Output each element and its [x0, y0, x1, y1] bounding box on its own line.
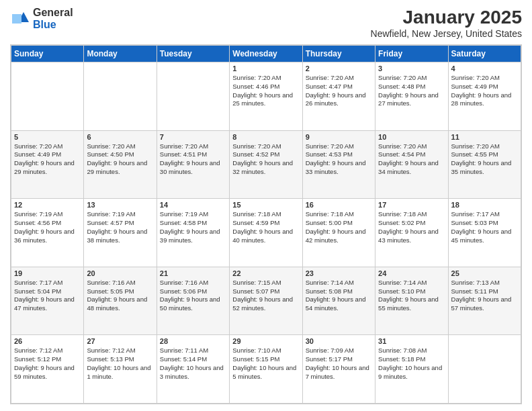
cell-content: Sunrise: 7:08 AMSunset: 5:18 PMDaylight:… [378, 347, 445, 381]
day-number: 23 [306, 269, 372, 277]
logo-icon [10, 9, 30, 29]
calendar-cell [157, 62, 229, 131]
calendar-cell: 5Sunrise: 7:20 AMSunset: 4:49 PMDaylight… [11, 130, 84, 199]
day-number: 13 [87, 201, 153, 209]
cell-content: Sunrise: 7:19 AMSunset: 4:56 PMDaylight:… [14, 210, 81, 244]
calendar-cell: 9Sunrise: 7:20 AMSunset: 4:53 PMDaylight… [302, 130, 375, 199]
cell-content: Sunrise: 7:09 AMSunset: 5:17 PMDaylight:… [306, 347, 372, 381]
day-number: 5 [14, 133, 81, 141]
day-number: 8 [232, 133, 299, 141]
cell-content: Sunrise: 7:16 AMSunset: 5:05 PMDaylight:… [87, 279, 153, 313]
cell-content: Sunrise: 7:19 AMSunset: 4:58 PMDaylight:… [160, 210, 226, 244]
cell-content: Sunrise: 7:11 AMSunset: 5:14 PMDaylight:… [160, 347, 226, 381]
day-number: 3 [378, 64, 445, 73]
calendar-body: 1Sunrise: 7:20 AMSunset: 4:46 PMDaylight… [11, 62, 521, 404]
calendar-cell: 12Sunrise: 7:19 AMSunset: 4:56 PMDayligh… [11, 199, 84, 267]
calendar-table: SundayMondayTuesdayWednesdayThursdayFrid… [11, 45, 521, 404]
cell-content: Sunrise: 7:13 AMSunset: 5:11 PMDaylight:… [451, 279, 518, 313]
week-row-2: 5Sunrise: 7:20 AMSunset: 4:49 PMDaylight… [11, 130, 521, 199]
cell-content: Sunrise: 7:20 AMSunset: 4:51 PMDaylight:… [160, 142, 226, 177]
calendar-cell: 1Sunrise: 7:20 AMSunset: 4:46 PMDaylight… [230, 62, 302, 131]
cell-content: Sunrise: 7:14 AMSunset: 5:08 PMDaylight:… [306, 279, 372, 313]
day-number: 6 [87, 133, 153, 141]
calendar-title: January 2025 [371, 7, 522, 28]
cell-content: Sunrise: 7:20 AMSunset: 4:50 PMDaylight:… [87, 142, 153, 177]
day-number: 1 [232, 64, 299, 73]
day-number: 25 [451, 269, 518, 277]
day-header-saturday: Saturday [448, 46, 521, 62]
cell-content: Sunrise: 7:20 AMSunset: 4:49 PMDaylight:… [451, 74, 518, 108]
day-number: 15 [232, 201, 299, 209]
cell-content: Sunrise: 7:16 AMSunset: 5:06 PMDaylight:… [160, 279, 226, 313]
cell-content: Sunrise: 7:12 AMSunset: 5:12 PMDaylight:… [14, 347, 81, 381]
calendar-cell: 3Sunrise: 7:20 AMSunset: 4:48 PMDaylight… [375, 62, 448, 131]
day-header-friday: Friday [375, 46, 448, 62]
calendar-page: General Blue January 2025 Newfield, New … [0, 0, 532, 411]
cell-content: Sunrise: 7:19 AMSunset: 4:57 PMDaylight:… [87, 210, 153, 244]
calendar-cell: 22Sunrise: 7:15 AMSunset: 5:07 PMDayligh… [230, 267, 302, 335]
calendar-cell: 27Sunrise: 7:12 AMSunset: 5:13 PMDayligh… [84, 335, 157, 404]
svg-rect-1 [12, 14, 21, 24]
day-number: 31 [378, 337, 445, 345]
day-number: 29 [232, 337, 299, 345]
day-number: 4 [451, 64, 518, 73]
week-row-3: 12Sunrise: 7:19 AMSunset: 4:56 PMDayligh… [11, 199, 521, 267]
cell-content: Sunrise: 7:18 AMSunset: 5:02 PMDaylight:… [378, 210, 445, 244]
calendar-cell: 10Sunrise: 7:20 AMSunset: 4:54 PMDayligh… [375, 130, 448, 199]
logo-text: General Blue [33, 7, 73, 30]
day-number: 10 [378, 133, 445, 141]
day-number: 24 [378, 269, 445, 277]
week-row-5: 26Sunrise: 7:12 AMSunset: 5:12 PMDayligh… [11, 335, 521, 404]
cell-content: Sunrise: 7:10 AMSunset: 5:15 PMDaylight:… [232, 347, 299, 381]
calendar-cell [11, 62, 84, 131]
day-header-tuesday: Tuesday [157, 46, 229, 62]
day-number: 21 [160, 269, 226, 277]
week-row-4: 19Sunrise: 7:17 AMSunset: 5:04 PMDayligh… [11, 267, 521, 335]
cell-content: Sunrise: 7:18 AMSunset: 4:59 PMDaylight:… [232, 210, 299, 244]
day-number: 28 [160, 337, 226, 345]
day-number: 9 [306, 133, 372, 141]
day-header-sunday: Sunday [11, 46, 84, 62]
calendar-cell: 14Sunrise: 7:19 AMSunset: 4:58 PMDayligh… [157, 199, 229, 267]
day-number: 18 [451, 201, 518, 209]
calendar-cell: 24Sunrise: 7:14 AMSunset: 5:10 PMDayligh… [375, 267, 448, 335]
day-number: 12 [14, 201, 81, 209]
day-number: 7 [160, 133, 226, 141]
day-number: 14 [160, 201, 226, 209]
calendar-cell: 18Sunrise: 7:17 AMSunset: 5:03 PMDayligh… [448, 199, 521, 267]
calendar-cell: 6Sunrise: 7:20 AMSunset: 4:50 PMDaylight… [84, 130, 157, 199]
day-header-monday: Monday [84, 46, 157, 62]
day-header-wednesday: Wednesday [230, 46, 302, 62]
day-number: 22 [232, 269, 299, 277]
calendar-cell [84, 62, 157, 131]
calendar-cell: 30Sunrise: 7:09 AMSunset: 5:17 PMDayligh… [302, 335, 375, 404]
calendar-cell: 29Sunrise: 7:10 AMSunset: 5:15 PMDayligh… [230, 335, 302, 404]
cell-content: Sunrise: 7:20 AMSunset: 4:54 PMDaylight:… [378, 142, 445, 177]
calendar-cell: 16Sunrise: 7:18 AMSunset: 5:00 PMDayligh… [302, 199, 375, 267]
cell-content: Sunrise: 7:20 AMSunset: 4:52 PMDaylight:… [232, 142, 299, 177]
cell-content: Sunrise: 7:15 AMSunset: 5:07 PMDaylight:… [232, 279, 299, 313]
day-header-thursday: Thursday [302, 46, 375, 62]
header-row: SundayMondayTuesdayWednesdayThursdayFrid… [11, 46, 521, 62]
calendar-cell: 11Sunrise: 7:20 AMSunset: 4:55 PMDayligh… [448, 130, 521, 199]
logo: General Blue [10, 7, 73, 30]
calendar-header: SundayMondayTuesdayWednesdayThursdayFrid… [11, 46, 521, 62]
logo-general: General [33, 7, 73, 19]
day-number: 20 [87, 269, 153, 277]
cell-content: Sunrise: 7:18 AMSunset: 5:00 PMDaylight:… [306, 210, 372, 244]
calendar-cell: 19Sunrise: 7:17 AMSunset: 5:04 PMDayligh… [11, 267, 84, 335]
calendar-cell: 31Sunrise: 7:08 AMSunset: 5:18 PMDayligh… [375, 335, 448, 404]
calendar-cell: 15Sunrise: 7:18 AMSunset: 4:59 PMDayligh… [230, 199, 302, 267]
day-number: 17 [378, 201, 445, 209]
calendar-cell: 23Sunrise: 7:14 AMSunset: 5:08 PMDayligh… [302, 267, 375, 335]
calendar-cell: 25Sunrise: 7:13 AMSunset: 5:11 PMDayligh… [448, 267, 521, 335]
cell-content: Sunrise: 7:20 AMSunset: 4:47 PMDaylight:… [306, 74, 372, 108]
title-block: January 2025 Newfield, New Jersey, Unite… [371, 7, 522, 39]
calendar-subtitle: Newfield, New Jersey, United States [371, 28, 522, 39]
week-row-1: 1Sunrise: 7:20 AMSunset: 4:46 PMDaylight… [11, 62, 521, 131]
cell-content: Sunrise: 7:20 AMSunset: 4:49 PMDaylight:… [14, 142, 81, 177]
calendar-cell: 17Sunrise: 7:18 AMSunset: 5:02 PMDayligh… [375, 199, 448, 267]
calendar-cell: 26Sunrise: 7:12 AMSunset: 5:12 PMDayligh… [11, 335, 84, 404]
logo-blue: Blue [33, 19, 73, 31]
header: General Blue January 2025 Newfield, New … [10, 7, 522, 39]
